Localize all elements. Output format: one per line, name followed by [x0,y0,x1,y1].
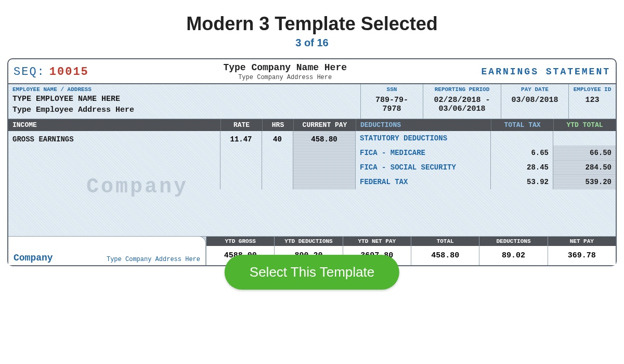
period-value: 02/28/2018 - 03/06/2018 [427,93,497,116]
ytd-value: 284.50 [553,160,616,175]
tot-total-value: 458.80 [411,246,479,265]
tax-value: 53.92 [491,175,553,189]
col-income: INCOME [8,119,220,131]
page-subtitle: 3 of 16 [0,37,624,49]
earnings-data-area: GROSS EARNINGS 11.47 40 458.80 STATUTORY… [8,131,616,189]
col-total-tax: TOTAL TAX [491,119,553,131]
footer-company-address: Type Company Address Here [63,256,200,263]
col-hrs: HRS [262,119,293,131]
select-template-button[interactable]: Select This Template [225,255,399,290]
income-current: 458.80 [293,131,355,189]
tot-netpay-label: NET PAY [548,237,616,246]
empid-value: 123 [573,93,612,108]
employee-name: TYPE EMPLOYEE NAME HERE [12,95,356,103]
income-label: GROSS EARNINGS [8,131,220,189]
tot-ytd-ded-label: YTD DEDUCTIONS [275,237,342,246]
stub-header-bar: SEQ: 10015 Type Company Name Here Type C… [8,59,616,83]
col-ytd-total: YTD TOTAL [553,119,616,131]
income-rate: 11.47 [220,131,262,189]
earnings-statement-label: EARNINGS STATEMENT [482,67,610,77]
company-name: Type Company Name Here [89,62,482,73]
employee-info-row: EMPLOYEE NAME / ADDRESS TYPE EMPLOYEE NA… [8,84,616,119]
ytd-value: 66.50 [553,146,616,160]
tot-ytd-net-label: YTD NET PAY [343,237,411,246]
tax-value: 6.65 [491,146,553,160]
tot-ytd-gross-label: YTD GROSS [206,237,274,246]
ssn-label: SSN [365,86,419,93]
deduction-line: FICA - SOCIAL SECURITY [356,160,490,175]
footer-company-box: Company Type Company Address Here [8,236,206,265]
seq-value: 10015 [49,66,89,79]
tot-total-label: TOTAL [411,237,479,246]
tot-ded-label: DEDUCTIONS [479,237,547,246]
seq-label: SEQ: [14,66,45,79]
deduction-line: FICA - MEDICARE [356,146,490,160]
deduction-line: FEDERAL TAX [356,175,490,189]
paydate-label: PAY DATE [505,86,564,93]
col-current-pay: CURRENT PAY [293,119,356,131]
ytd-value: 539.20 [553,175,616,189]
company-address: Type Company Address Here [89,74,482,81]
page-title: Modern 3 Template Selected [0,13,624,35]
tax-value: 28.45 [491,160,553,175]
paydate-value: 03/08/2018 [505,93,564,108]
col-rate: RATE [220,119,262,131]
empid-label: EMPLOYEE ID [573,86,612,93]
income-hrs: 40 [262,131,293,189]
tot-netpay-value: 369.78 [548,246,616,265]
period-label: REPORTING PERIOD [427,86,497,93]
paystub-template-preview: SEQ: 10015 Type Company Name Here Type C… [7,58,617,266]
tax-spacer [491,131,553,146]
tot-ded-value: 89.02 [479,246,547,265]
ytd-spacer [553,131,616,146]
deductions-subheader: STATUTORY DEDUCTIONS [356,131,490,146]
footer-company-title: Company [14,253,53,263]
employee-address: Type Employee Address Here [12,106,356,114]
column-header-row: INCOME RATE HRS CURRENT PAY DEDUCTIONS T… [8,119,616,131]
employee-heading: EMPLOYEE NAME / ADDRESS [12,86,356,93]
col-deductions: DEDUCTIONS [356,119,491,131]
ssn-value: 789-79-7978 [365,93,419,116]
